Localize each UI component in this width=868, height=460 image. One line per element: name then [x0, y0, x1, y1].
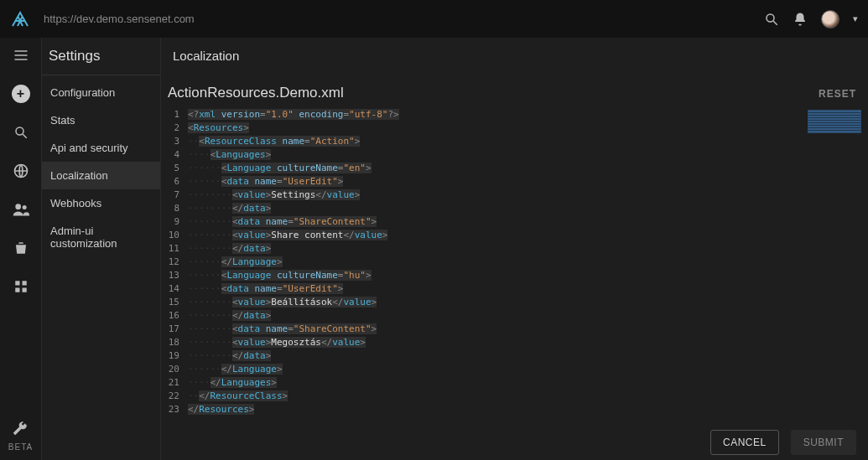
sidebar-item-label: Api and security [50, 142, 128, 154]
sidebar-title: Settings [42, 48, 160, 75]
footer: CANCEL SUBMIT [161, 425, 868, 460]
editor-code[interactable]: <?xml version="1.0" encoding="utf-8"?><R… [188, 108, 861, 416]
sidebar-item-label: Stats [50, 114, 75, 127]
add-button[interactable]: + [12, 85, 30, 103]
svg-point-5 [15, 204, 21, 209]
reset-button[interactable]: RESET [819, 88, 856, 100]
sidebar-item-webhooks[interactable]: Webhooks [42, 189, 160, 217]
nav-rail: + BETA [0, 38, 42, 460]
svg-line-3 [23, 134, 27, 138]
search-nav-icon[interactable] [12, 123, 30, 142]
content-title: Localization [173, 49, 856, 63]
svg-rect-8 [22, 281, 26, 285]
sidebar-item-stats[interactable]: Stats [42, 106, 160, 134]
account-menu-caret[interactable]: ▾ [853, 13, 858, 24]
topbar: https://dev.demo.sensenet.com ▾ [0, 0, 868, 38]
svg-point-6 [22, 205, 26, 209]
settings-sidebar: Settings Configuration Stats Api and sec… [42, 38, 160, 460]
globe-icon[interactable] [12, 162, 30, 180]
svg-point-2 [16, 127, 23, 135]
svg-point-0 [767, 14, 774, 22]
content: Localization ActionResources.Demo.xml RE… [160, 38, 868, 460]
main: + BETA Settings Configuration Stats Api [0, 38, 868, 460]
sidebar-item-localization[interactable]: Localization [42, 162, 160, 189]
sidebar-item-label: Admin-ui customization [50, 225, 117, 250]
sidebar-item-admin-ui[interactable]: Admin-ui customization [42, 217, 160, 257]
notifications-icon[interactable] [793, 12, 808, 27]
trash-icon[interactable] [12, 239, 30, 257]
content-header: Localization [161, 38, 868, 80]
file-name: ActionResources.Demo.xml [168, 85, 344, 101]
users-icon[interactable] [12, 200, 30, 219]
sidebar-item-label: Localization [50, 169, 108, 182]
address-url: https://dev.demo.sensenet.com [44, 13, 764, 25]
submit-button[interactable]: SUBMIT [791, 430, 856, 455]
sidebar-item-api-security[interactable]: Api and security [42, 134, 160, 162]
sidebar-item-label: Webhooks [50, 197, 101, 209]
beta-label: BETA [8, 442, 33, 452]
app-logo[interactable] [10, 9, 30, 29]
search-icon[interactable] [764, 12, 779, 27]
wrench-icon[interactable] [11, 419, 29, 437]
svg-rect-7 [15, 281, 19, 285]
svg-line-1 [773, 21, 777, 25]
sidebar-item-label: Configuration [50, 86, 115, 99]
svg-rect-9 [15, 288, 19, 292]
sidebar-item-configuration[interactable]: Configuration [42, 79, 160, 106]
avatar[interactable] [821, 10, 839, 28]
grid-icon[interactable] [12, 277, 30, 296]
topbar-actions: ▾ [764, 10, 858, 28]
code-editor[interactable]: 1234567891011121314151617181920212223 <?… [161, 105, 868, 425]
file-row: ActionResources.Demo.xml RESET [161, 80, 868, 105]
cancel-button[interactable]: CANCEL [710, 430, 779, 455]
svg-rect-10 [22, 288, 26, 292]
editor-gutter: 1234567891011121314151617181920212223 [168, 108, 188, 416]
editor-minimap[interactable] [808, 110, 861, 133]
hamburger-menu-icon[interactable] [12, 46, 30, 65]
